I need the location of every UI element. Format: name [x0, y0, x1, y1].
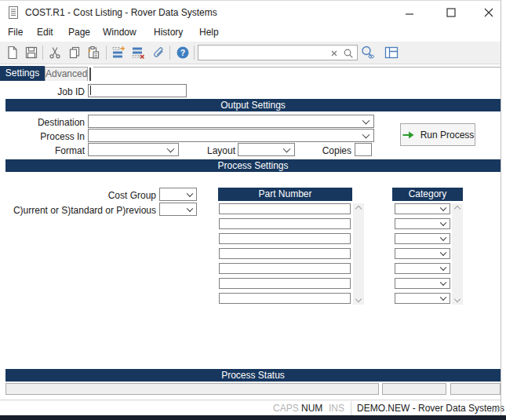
- clear-icon[interactable]: [330, 49, 338, 60]
- format-select[interactable]: [88, 143, 179, 156]
- category-select[interactable]: [395, 248, 450, 259]
- run-arrow-icon: [402, 130, 415, 141]
- copies-input[interactable]: [355, 143, 372, 156]
- process-status-field: [382, 383, 446, 395]
- minimize-button[interactable]: [398, 4, 421, 21]
- process-in-select[interactable]: [88, 129, 374, 142]
- resize-grip-icon[interactable]: [491, 404, 500, 415]
- chevron-down-icon: [187, 190, 193, 196]
- menu-file[interactable]: File: [8, 27, 23, 38]
- layout-select[interactable]: [238, 143, 295, 156]
- menu-help[interactable]: Help: [199, 27, 219, 38]
- menu-page[interactable]: Page: [68, 27, 90, 38]
- process-settings-header: Process Settings: [5, 159, 501, 172]
- category-header: Category: [392, 188, 463, 201]
- chevron-down-icon: [167, 144, 175, 152]
- new-document-icon[interactable]: [5, 45, 20, 60]
- tab-advanced[interactable]: Advanced: [45, 67, 88, 81]
- job-id-label: Job ID: [0, 86, 85, 97]
- part-number-input[interactable]: [219, 263, 351, 274]
- part-number-input[interactable]: [219, 218, 351, 229]
- scroll-up-icon[interactable]: [454, 206, 460, 212]
- category-scrollbar[interactable]: [452, 203, 463, 305]
- chevron-down-icon: [440, 265, 446, 271]
- category-select[interactable]: [395, 203, 450, 214]
- tab-divider: [89, 68, 91, 81]
- chevron-down-icon: [440, 205, 446, 211]
- tab-strip-line: [93, 67, 501, 68]
- paste-icon[interactable]: [86, 45, 101, 60]
- process-in-label: Process In: [0, 131, 85, 142]
- destination-select[interactable]: [88, 115, 374, 128]
- part-number-input[interactable]: [219, 293, 351, 304]
- category-select[interactable]: [395, 293, 450, 304]
- search-input[interactable]: [201, 46, 329, 60]
- cost-group-select[interactable]: [159, 188, 197, 201]
- menu-window[interactable]: Window: [103, 27, 137, 38]
- toolbar: ?: [0, 42, 501, 64]
- status-bar: CAPS NUM INS DEMO.NEW - Rover Data Syste…: [0, 400, 501, 415]
- app-icon: [8, 6, 19, 21]
- output-settings-header: Output Settings: [5, 99, 501, 111]
- chevron-down-icon: [440, 220, 446, 226]
- maximize-button[interactable]: [439, 4, 463, 21]
- part-number-input[interactable]: [219, 278, 351, 289]
- caps-lock-indicator: CAPS: [273, 403, 299, 414]
- run-process-label: Run Process: [420, 130, 475, 141]
- job-id-input[interactable]: [88, 84, 187, 97]
- layout-label: Layout: [188, 145, 235, 156]
- format-label: Format: [0, 145, 85, 156]
- delete-rows-icon[interactable]: [130, 45, 146, 60]
- app-window: COST.R1 - Cost Listing - Rover Data Syst…: [0, 0, 506, 420]
- insert-mode-indicator: INS: [329, 403, 344, 414]
- cost-type-label: C)urrent or S)tandard or P)revious: [0, 205, 156, 216]
- category-select[interactable]: [395, 218, 450, 229]
- chevron-down-icon: [440, 279, 446, 286]
- chevron-down-icon: [440, 250, 446, 256]
- svg-text:?: ?: [180, 48, 185, 57]
- toolbar-separator: [106, 46, 107, 60]
- cost-type-select[interactable]: [159, 203, 197, 216]
- part-number-input[interactable]: [219, 248, 351, 259]
- toolbar-search: [198, 45, 358, 60]
- chevron-down-icon: [362, 130, 370, 138]
- session-label: DEMO.NEW - Rover Data Systems: [357, 403, 504, 414]
- title-bar: COST.R1 - Cost Listing - Rover Data Syst…: [0, 0, 501, 24]
- chevron-down-icon: [440, 235, 446, 241]
- desktop-background: [0, 415, 506, 420]
- window-title: COST.R1 - Cost Listing - Rover Data Syst…: [25, 7, 217, 18]
- chevron-down-icon: [440, 294, 446, 301]
- lookup-preview-icon[interactable]: [360, 45, 376, 60]
- category-select[interactable]: [395, 233, 450, 244]
- search-icon[interactable]: [343, 48, 354, 61]
- help-icon[interactable]: ?: [175, 45, 191, 60]
- process-status-header: Process Status: [5, 369, 501, 382]
- destination-label: Destination: [0, 117, 85, 128]
- scroll-down-icon[interactable]: [355, 296, 362, 302]
- part-number-input[interactable]: [219, 203, 351, 214]
- tab-settings[interactable]: Settings: [0, 66, 45, 81]
- process-status-field: [5, 383, 379, 395]
- layout-view-icon[interactable]: [384, 45, 399, 60]
- window-right-border: [501, 0, 501, 415]
- process-status-field: [450, 383, 501, 395]
- scroll-down-icon[interactable]: [454, 296, 460, 302]
- save-icon[interactable]: [24, 45, 39, 60]
- insert-rows-icon[interactable]: [111, 45, 126, 60]
- menu-edit[interactable]: Edit: [37, 27, 53, 38]
- part-number-scrollbar[interactable]: [353, 203, 364, 305]
- run-process-button[interactable]: Run Process: [400, 123, 475, 146]
- category-select[interactable]: [395, 278, 450, 289]
- part-number-input[interactable]: [219, 233, 351, 244]
- toolbar-separator: [194, 46, 195, 60]
- copy-icon[interactable]: [67, 45, 82, 60]
- category-select[interactable]: [395, 263, 450, 274]
- close-button[interactable]: [477, 4, 501, 21]
- cut-icon[interactable]: [47, 45, 63, 60]
- toolbar-separator: [169, 46, 170, 60]
- attachment-icon[interactable]: [151, 45, 166, 60]
- chevron-down-icon: [187, 205, 193, 211]
- scroll-up-icon[interactable]: [355, 206, 362, 212]
- menu-history[interactable]: History: [154, 27, 183, 38]
- text-caret: [90, 86, 91, 95]
